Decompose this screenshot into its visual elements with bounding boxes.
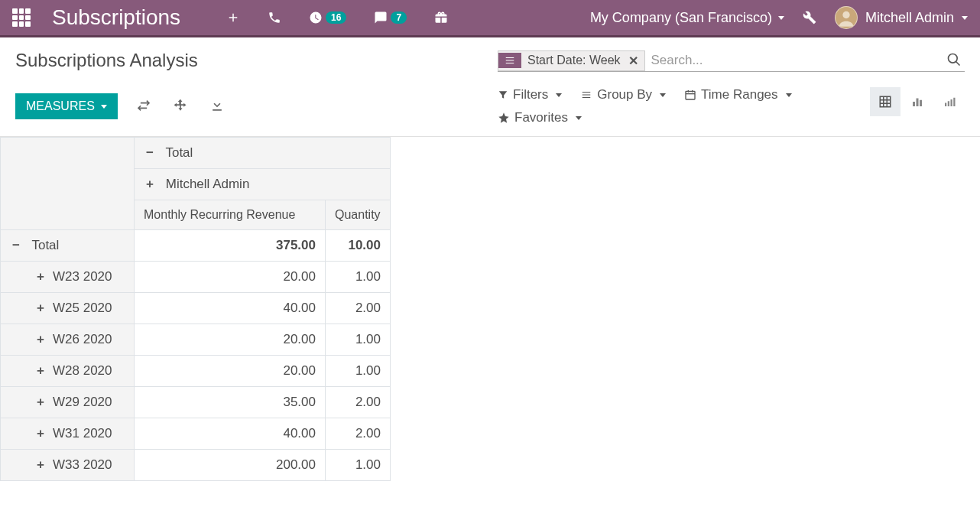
gift-icon[interactable] <box>434 11 448 24</box>
pivot-row: +W23 202020.001.00 <box>1 262 391 293</box>
cell-qty: 2.00 <box>326 387 391 418</box>
chevron-down-icon <box>786 93 792 97</box>
row-header[interactable]: +W26 2020 <box>1 324 135 356</box>
avatar <box>835 6 858 29</box>
filters-menu[interactable]: Filters <box>498 87 562 102</box>
search-bar: Start Date: Week ✕ <box>498 50 965 72</box>
pivot-table-container: − Total + Mitchell Admin Monthly Recurri… <box>0 137 980 481</box>
measure-header-mrr[interactable]: Monthly Recurring Revenue <box>135 200 326 230</box>
view-pivot-button[interactable] <box>870 87 900 116</box>
apps-menu-icon[interactable] <box>12 8 31 27</box>
row-header[interactable]: +W29 2020 <box>1 387 135 418</box>
row-header[interactable]: +W23 2020 <box>1 262 135 293</box>
plus-icon[interactable]: + <box>34 301 47 316</box>
chevron-down-icon <box>778 16 784 20</box>
phone-icon[interactable] <box>268 11 281 24</box>
svg-rect-15 <box>920 100 922 106</box>
svg-rect-17 <box>948 101 949 106</box>
plus-icon[interactable]: + <box>34 457 47 473</box>
view-bar-chart-button[interactable] <box>902 87 933 116</box>
chevron-down-icon <box>660 93 666 97</box>
cell-qty: 1.00 <box>326 262 391 293</box>
cell-mrr: 200.00 <box>135 450 326 481</box>
svg-rect-13 <box>913 102 915 106</box>
toolbar-right: Filters Group By Time Ranges Favorites <box>498 87 965 125</box>
plus-icon[interactable]: + <box>34 395 47 410</box>
search-facet-remove[interactable]: ✕ <box>627 51 644 70</box>
pivot-row-total: − Total 375.00 10.00 <box>1 230 391 262</box>
filters-label: Filters <box>513 87 548 102</box>
cell-mrr: 20.00 <box>135 324 326 356</box>
row-header[interactable]: +W25 2020 <box>1 293 135 324</box>
row-header[interactable]: +W31 2020 <box>1 418 135 450</box>
view-ascending-chart-button[interactable] <box>934 87 965 116</box>
company-switcher[interactable]: My Company (San Francisco) <box>590 10 784 26</box>
expand-all-icon[interactable] <box>170 95 191 119</box>
plus-icon[interactable]: + <box>34 426 47 441</box>
svg-rect-19 <box>953 98 955 106</box>
col-header-total-label: Total <box>165 145 193 160</box>
messages-icon[interactable]: 7 <box>374 11 407 24</box>
cell-total-mrr: 375.00 <box>135 230 326 262</box>
pivot-row: +W28 202020.001.00 <box>1 356 391 387</box>
measure-header-qty[interactable]: Quantity <box>326 200 391 230</box>
pivot-row: +W31 202040.002.00 <box>1 418 391 450</box>
row-header[interactable]: +W28 2020 <box>1 356 135 387</box>
debug-icon[interactable] <box>803 11 816 24</box>
page-title: Subscriptions Analysis <box>15 50 482 72</box>
search-facet: Start Date: Week ✕ <box>498 50 645 71</box>
timeranges-label: Time Ranges <box>701 87 777 102</box>
plus-icon[interactable]: + <box>34 269 47 285</box>
row-header-label: W31 2020 <box>53 426 112 441</box>
main-navbar: Subscriptions 16 7 My Company (San Franc… <box>0 0 980 35</box>
chevron-down-icon <box>101 105 107 109</box>
plus-icon[interactable]: + <box>34 332 47 347</box>
chevron-down-icon <box>962 16 968 20</box>
chevron-down-icon <box>556 93 562 97</box>
plus-icon[interactable]: + <box>144 177 156 192</box>
favorites-menu[interactable]: Favorites <box>498 110 870 125</box>
cell-qty: 1.00 <box>326 324 391 356</box>
toolbar-left: MEASURES <box>15 87 482 125</box>
cell-mrr: 40.00 <box>135 418 326 450</box>
messages-badge: 7 <box>391 11 407 24</box>
row-header-label: W23 2020 <box>53 269 112 284</box>
user-menu[interactable]: Mitchell Admin <box>835 6 968 29</box>
flip-axis-icon[interactable] <box>133 95 154 119</box>
app-brand[interactable]: Subscriptions <box>52 5 180 30</box>
timeranges-menu[interactable]: Time Ranges <box>684 87 791 102</box>
cell-mrr: 20.00 <box>135 262 326 293</box>
row-header-total[interactable]: − Total <box>1 230 135 262</box>
cell-qty: 2.00 <box>326 293 391 324</box>
pivot-row: +W29 202035.002.00 <box>1 387 391 418</box>
activities-icon[interactable]: 16 <box>309 11 346 24</box>
favorites-label: Favorites <box>514 110 568 125</box>
svg-point-1 <box>842 11 849 18</box>
search-input[interactable] <box>645 50 943 71</box>
row-header-label: W25 2020 <box>53 301 112 315</box>
pivot-row: +W33 2020200.001.00 <box>1 450 391 481</box>
search-icon[interactable] <box>943 52 965 70</box>
row-header-label: W33 2020 <box>53 457 112 472</box>
pivot-row: +W25 202040.002.00 <box>1 293 391 324</box>
view-switcher <box>870 87 965 116</box>
cell-total-qty: 10.00 <box>326 230 391 262</box>
minus-icon[interactable]: − <box>10 238 22 253</box>
list-icon <box>498 53 521 68</box>
svg-rect-18 <box>951 99 952 106</box>
groupby-label: Group By <box>597 87 652 102</box>
download-icon[interactable] <box>206 95 228 119</box>
col-header-total[interactable]: − Total <box>135 138 391 169</box>
measures-button[interactable]: MEASURES <box>15 93 118 119</box>
plus-icon[interactable]: + <box>34 363 47 379</box>
cell-mrr: 20.00 <box>135 356 326 387</box>
svg-line-3 <box>956 61 960 65</box>
activities-badge: 16 <box>326 11 346 24</box>
new-icon[interactable] <box>226 11 240 24</box>
groupby-menu[interactable]: Group By <box>580 87 666 102</box>
row-header[interactable]: +W33 2020 <box>1 450 135 481</box>
minus-icon[interactable]: − <box>144 145 156 161</box>
svg-rect-16 <box>945 103 946 107</box>
col-header-group[interactable]: + Mitchell Admin <box>135 169 391 200</box>
control-panel: Subscriptions Analysis Start Date: Week … <box>0 37 980 137</box>
